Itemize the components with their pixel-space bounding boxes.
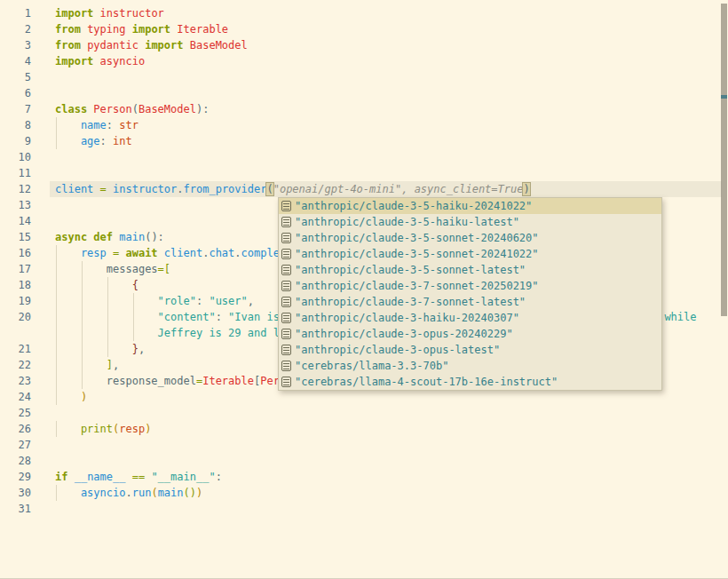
suggestion-item[interactable]: "anthropic/claude-3-5-haiku-20241022"	[279, 198, 661, 214]
line-number: 20	[0, 309, 31, 325]
code-editor[interactable]: 1import instructor2from typing import It…	[0, 0, 728, 579]
code-line-content: if __name__ == "__main__":	[55, 469, 728, 485]
suggestion-item[interactable]: "cerebras/llama-3.3-70b"	[279, 358, 661, 374]
line-number: 29	[0, 469, 31, 485]
code-line[interactable]: 12client = instructor.from_provider("ope…	[0, 181, 728, 197]
code-line[interactable]: 31	[0, 501, 728, 517]
code-token: str	[113, 119, 138, 131]
code-token: .	[125, 487, 131, 499]
code-line[interactable]: 7class Person(BaseModel):	[0, 101, 728, 117]
inline-suggestion-ghost-text: "openai/gpt-4o-mini", async_client=True	[273, 183, 524, 195]
code-token: response_model	[55, 375, 196, 387]
code-token: await	[119, 247, 157, 259]
code-line[interactable]: 11	[0, 165, 728, 181]
code-token: )	[196, 487, 202, 499]
code-line-content	[55, 453, 728, 469]
code-token: Per	[260, 375, 280, 387]
code-token: instructor	[107, 183, 177, 195]
suggestion-item[interactable]: "anthropic/claude-3-5-sonnet-latest"	[279, 262, 661, 278]
code-token: main	[158, 487, 184, 499]
code-token: async	[55, 231, 87, 243]
code-token: Iterable	[202, 375, 254, 387]
code-line[interactable]: 28	[0, 453, 728, 469]
line-number: 4	[0, 53, 31, 69]
code-line-content: import instructor	[55, 5, 728, 21]
line-number: 12	[0, 181, 31, 197]
code-line[interactable]: 10	[0, 149, 728, 165]
code-line[interactable]: 30 asyncio.run(main())	[0, 485, 728, 501]
line-number: 6	[0, 85, 31, 101]
code-token: def	[87, 231, 113, 243]
code-token: )	[145, 423, 151, 435]
code-token: class	[55, 103, 87, 115]
suggestion-label: "anthropic/claude-3-opus-20240229"	[295, 326, 513, 342]
code-line[interactable]: 9 age: int	[0, 133, 728, 149]
line-number: 31	[0, 501, 31, 517]
suggestion-item[interactable]: "anthropic/claude-3-opus-20240229"	[279, 326, 661, 342]
code-line[interactable]: 27	[0, 437, 728, 453]
suggestion-item[interactable]: "anthropic/claude-3-5-sonnet-20241022"	[279, 246, 661, 262]
code-line-content: client = instructor.from_provider("opena…	[55, 181, 728, 197]
code-token: "content"	[55, 311, 216, 323]
line-number: 11	[0, 165, 31, 181]
line-number: 7	[0, 101, 31, 117]
suggestion-kind-icon	[281, 249, 291, 259]
line-number: 17	[0, 261, 31, 277]
bracket-match: (	[266, 183, 273, 195]
line-number: 8	[0, 117, 31, 133]
code-line[interactable]: 4import asyncio	[0, 53, 728, 69]
code-token: from_provider	[184, 183, 267, 195]
code-token: int	[107, 135, 132, 147]
code-token: main	[113, 231, 145, 243]
code-token: :	[216, 311, 222, 323]
code-token: ==	[125, 471, 145, 483]
suggestion-label: "anthropic/claude-3-5-sonnet-20241022"	[295, 246, 539, 262]
code-token: :	[100, 135, 107, 147]
code-token: typing	[81, 23, 126, 36]
code-token: (	[151, 487, 157, 499]
code-line[interactable]: 24 )	[0, 389, 728, 405]
code-line[interactable]: 2from typing import Iterable	[0, 21, 728, 37]
suggestion-item[interactable]: "anthropic/claude-3-7-sonnet-20250219"	[279, 278, 661, 294]
line-number: 10	[0, 149, 31, 165]
code-token: from	[55, 39, 81, 52]
code-token: import	[125, 23, 170, 36]
code-line[interactable]: 29if __name__ == "__main__":	[0, 469, 728, 485]
line-number: 25	[0, 405, 31, 421]
code-token: BaseModel	[184, 39, 248, 52]
code-token: from	[55, 23, 81, 36]
code-token: messages	[55, 263, 158, 275]
code-token: )	[55, 391, 87, 403]
scrollbar-thumb[interactable]	[721, 4, 727, 316]
code-line[interactable]: 6	[0, 85, 728, 101]
code-line[interactable]: 1import instructor	[0, 5, 728, 21]
code-token: import	[55, 55, 93, 67]
code-line[interactable]: 5	[0, 69, 728, 85]
code-token: "user"	[202, 295, 248, 307]
line-number: 2	[0, 21, 31, 37]
code-line[interactable]: 3from pydantic import BaseModel	[0, 37, 728, 53]
code-token: ):	[196, 103, 209, 115]
suggestion-item[interactable]: "anthropic/claude-3-opus-latest"	[279, 342, 661, 358]
code-line[interactable]: 26 print(resp)	[0, 421, 728, 437]
line-number: 1	[0, 5, 31, 21]
suggestion-item[interactable]: "anthropic/claude-3-5-haiku-latest"	[279, 214, 661, 230]
suggestion-item[interactable]: "cerebras/llama-4-scout-17b-16e-instruct…	[279, 374, 661, 390]
code-token: client	[55, 183, 93, 195]
code-token: ,	[113, 359, 119, 371]
line-number: 21	[0, 341, 31, 357]
autocomplete-popup[interactable]: "anthropic/claude-3-5-haiku-20241022""an…	[278, 197, 662, 391]
code-token: Person	[87, 103, 132, 115]
code-token: BaseModel	[138, 103, 196, 115]
suggestion-item[interactable]: "anthropic/claude-3-5-sonnet-20240620"	[279, 230, 661, 246]
suggestion-item[interactable]: "anthropic/claude-3-7-sonnet-latest"	[279, 294, 661, 310]
line-number: 26	[0, 421, 31, 437]
line-number: 9	[0, 133, 31, 149]
suggestion-item[interactable]: "anthropic/claude-3-haiku-20240307"	[279, 310, 661, 326]
code-token: :	[216, 471, 222, 483]
suggestion-label: "anthropic/claude-3-5-haiku-20241022"	[295, 198, 532, 214]
code-line[interactable]: 25	[0, 405, 728, 421]
code-token: name	[55, 119, 107, 131]
code-token: =[	[158, 263, 170, 275]
code-line[interactable]: 8 name: str	[0, 117, 728, 133]
